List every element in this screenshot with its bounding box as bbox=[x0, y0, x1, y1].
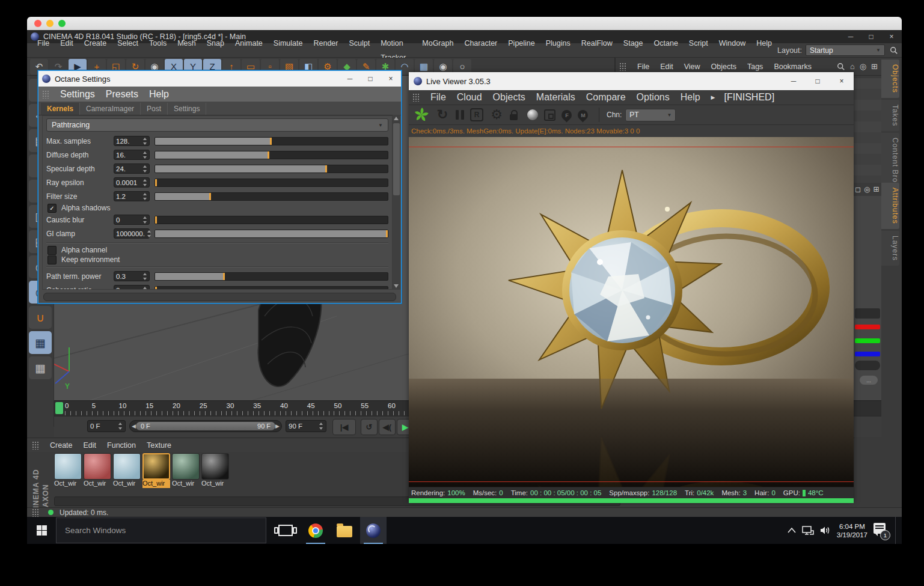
region-render-icon[interactable]: R bbox=[470, 108, 483, 121]
close-button[interactable]: × bbox=[830, 72, 854, 90]
current-frame-field[interactable]: 0 F bbox=[87, 420, 126, 432]
checkbox[interactable] bbox=[47, 204, 57, 213]
om-search-icon[interactable] bbox=[837, 63, 845, 71]
material-thumbnail[interactable]: Oct_wir bbox=[172, 453, 200, 490]
om-add-icon[interactable]: ⊞ bbox=[871, 62, 878, 71]
scroll-thumb[interactable] bbox=[393, 123, 400, 195]
close-button[interactable]: × bbox=[881, 30, 902, 43]
lock-resolution-icon[interactable] bbox=[510, 114, 518, 120]
maximize-button[interactable]: □ bbox=[861, 30, 881, 43]
parameter-value-field[interactable]: 0.3 bbox=[114, 271, 150, 281]
attr-field[interactable] bbox=[855, 361, 880, 370]
live-viewer-titlebar[interactable]: Live Viewer 3.05.3 ─ □ × bbox=[409, 72, 854, 90]
parameter-value-field[interactable]: 0 bbox=[114, 285, 150, 290]
parameter-value-field[interactable]: 1000000. bbox=[114, 228, 150, 239]
parameter-value-field[interactable]: 0.0001 bbox=[114, 177, 150, 188]
stepper-icon[interactable] bbox=[147, 230, 151, 237]
drag-handle-icon[interactable] bbox=[412, 93, 420, 102]
dialog-tab[interactable]: Kernels bbox=[41, 103, 80, 115]
parameter-slider[interactable] bbox=[155, 230, 388, 238]
parameter-slider[interactable] bbox=[155, 165, 388, 173]
menu-overflow-icon[interactable]: ▶ bbox=[706, 90, 721, 105]
maximize-button[interactable]: □ bbox=[806, 72, 830, 90]
parameter-slider[interactable] bbox=[155, 272, 388, 281]
om-menu-item[interactable]: View bbox=[679, 60, 706, 74]
om-menu-item[interactable]: Bookmarks bbox=[768, 60, 817, 74]
mac-minimize-button[interactable] bbox=[46, 20, 54, 27]
parameter-slider[interactable] bbox=[155, 137, 388, 145]
attr-add-icon[interactable]: ⊞ bbox=[873, 185, 879, 194]
end-frame-field[interactable]: 90 F bbox=[286, 420, 326, 432]
viewer-menu-item[interactable]: Cloud bbox=[451, 90, 488, 105]
stepper-icon[interactable] bbox=[143, 151, 147, 159]
minimize-button[interactable]: ─ bbox=[340, 71, 360, 87]
material-thumbnail[interactable]: Oct_wir bbox=[84, 453, 111, 490]
viewer-menu-item[interactable]: Compare bbox=[581, 90, 631, 105]
material-menu-item[interactable]: Texture bbox=[141, 438, 177, 453]
material-menu-item[interactable]: Edit bbox=[78, 438, 102, 453]
previous-frame-button[interactable]: ◀( bbox=[379, 419, 396, 435]
goto-start-button[interactable]: |◀ bbox=[332, 419, 356, 435]
settings-gear-icon[interactable]: ⚙ bbox=[489, 108, 504, 122]
network-icon[interactable] bbox=[802, 526, 814, 536]
chrome-button[interactable] bbox=[302, 517, 329, 544]
stepper-icon[interactable] bbox=[143, 165, 147, 172]
color-red-slider[interactable] bbox=[855, 325, 880, 329]
kernel-type-select[interactable]: Pathtracing ▼ bbox=[46, 118, 388, 132]
start-button[interactable] bbox=[27, 517, 56, 544]
viewer-menu-item[interactable]: Options bbox=[631, 90, 675, 105]
stepper-icon[interactable] bbox=[143, 179, 147, 186]
dialog-menu-item[interactable]: Settings bbox=[55, 87, 100, 102]
parameter-slider[interactable] bbox=[155, 216, 388, 224]
om-menu-item[interactable]: Tags bbox=[742, 60, 768, 74]
om-filter-icon[interactable]: ◎ bbox=[860, 62, 866, 71]
material-thumbnail[interactable]: Oct_wir bbox=[54, 453, 82, 490]
file-explorer-button[interactable] bbox=[331, 517, 358, 544]
color-blue-slider[interactable] bbox=[855, 352, 880, 356]
parameter-value-field[interactable]: 24. bbox=[114, 163, 150, 174]
range-right-arrow-icon[interactable]: ▶ bbox=[275, 423, 280, 429]
om-menu-item[interactable]: Objects bbox=[706, 60, 742, 74]
stepper-icon[interactable] bbox=[319, 423, 323, 430]
pause-render-icon[interactable] bbox=[456, 110, 464, 120]
layout-select[interactable]: Startup ▼ bbox=[806, 44, 885, 56]
stepper-icon[interactable] bbox=[143, 216, 147, 224]
drag-handle-icon[interactable] bbox=[42, 90, 50, 99]
task-view-button[interactable] bbox=[272, 517, 299, 544]
viewer-menu-item[interactable]: File bbox=[425, 90, 451, 105]
workplane-mode-icon[interactable]: ▦ bbox=[29, 356, 52, 379]
restart-render-icon[interactable]: ↻ bbox=[435, 108, 450, 122]
parameter-value-field[interactable]: 16. bbox=[114, 150, 150, 160]
render-view[interactable] bbox=[409, 137, 854, 487]
play-backward-button[interactable]: ↺ bbox=[361, 419, 378, 435]
attr-target-icon[interactable]: ◎ bbox=[864, 185, 870, 194]
om-menu-item[interactable]: File bbox=[632, 60, 655, 74]
stepper-icon[interactable] bbox=[143, 273, 147, 280]
taskbar-search-input[interactable]: Search Windows bbox=[56, 517, 266, 543]
material-menu-item[interactable]: Function bbox=[102, 438, 141, 453]
mac-close-button[interactable] bbox=[34, 20, 41, 27]
workplane-lock-icon[interactable]: ▦ bbox=[29, 331, 52, 354]
parameter-slider[interactable] bbox=[155, 179, 388, 187]
stepper-icon[interactable] bbox=[143, 287, 147, 290]
material-thumbnail[interactable]: Oct_wir bbox=[113, 453, 141, 490]
dialog-menu-item[interactable]: Help bbox=[144, 87, 174, 102]
panel-tab[interactable]: Objects bbox=[881, 60, 899, 98]
picture-viewer-icon[interactable] bbox=[544, 109, 555, 121]
dialog-tab[interactable]: CameraImager bbox=[80, 103, 141, 115]
close-button[interactable]: × bbox=[381, 71, 401, 87]
range-left-arrow-icon[interactable]: ◀ bbox=[132, 423, 136, 429]
drag-handle-icon[interactable] bbox=[619, 63, 627, 71]
parameter-value-field[interactable]: 0 bbox=[114, 215, 150, 225]
panel-tab[interactable]: Takes bbox=[881, 100, 899, 131]
material-picker-icon[interactable]: M bbox=[575, 108, 590, 122]
color-green-slider[interactable] bbox=[855, 338, 880, 343]
om-menu-item[interactable]: Edit bbox=[655, 60, 679, 74]
drag-handle-icon[interactable] bbox=[32, 441, 40, 450]
mac-zoom-button[interactable] bbox=[58, 20, 66, 27]
stepper-icon[interactable] bbox=[118, 423, 123, 430]
scroll-up-icon[interactable] bbox=[394, 117, 399, 120]
octane-logo-icon[interactable] bbox=[414, 107, 429, 123]
object-manager-list[interactable] bbox=[854, 78, 881, 183]
parameter-slider[interactable] bbox=[155, 151, 388, 159]
